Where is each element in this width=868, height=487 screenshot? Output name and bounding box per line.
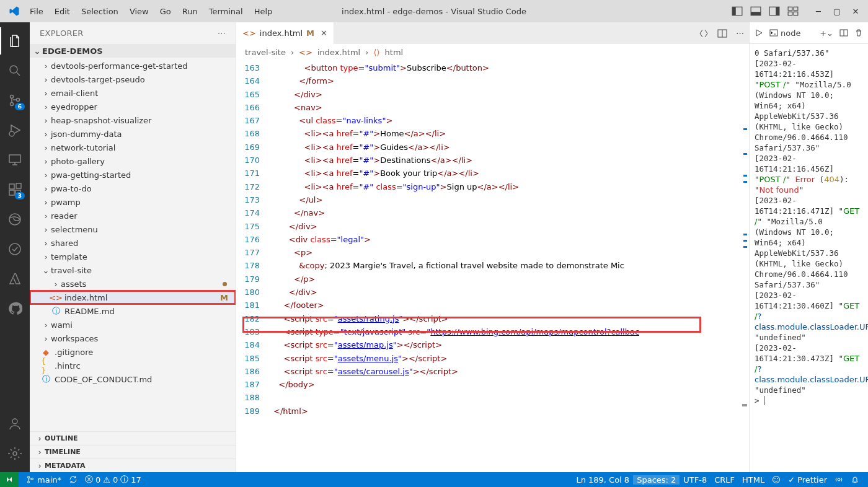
maximize-button[interactable]: ▢ <box>831 5 843 17</box>
file-tree: ›devtools-performance-get-started›devtoo… <box>30 58 236 431</box>
svg-rect-16 <box>9 184 14 189</box>
window-title: index.html - edge-demos - Visual Studio … <box>342 7 526 16</box>
run-debug-icon[interactable] <box>0 116 30 144</box>
search-icon[interactable] <box>0 57 30 84</box>
more-icon[interactable]: ⋯ <box>218 29 226 38</box>
panel-timeline[interactable]: ›TIMELINE <box>30 445 236 458</box>
split-terminal-icon[interactable] <box>839 29 848 38</box>
editor-tabs: <> index.html M ✕ ⋯ <box>236 22 749 44</box>
panel-left-icon <box>732 6 743 17</box>
tree-item[interactable]: ›photo-gallery <box>30 154 236 168</box>
branch-button[interactable]: main* <box>22 472 65 487</box>
code-editor[interactable]: 1631641651661671681691701711721731741751… <box>236 60 749 472</box>
svg-point-22 <box>12 419 17 424</box>
more-icon[interactable]: ⋯ <box>736 29 744 38</box>
eol-button[interactable]: CRLF <box>711 475 738 485</box>
explorer-title: EXPLORER <box>40 29 84 38</box>
run-icon[interactable] <box>755 29 763 37</box>
tree-item[interactable]: ⓘREADME.md <box>30 304 236 318</box>
folder-section[interactable]: ⌄EDGE-DEMOS <box>30 44 236 58</box>
extensions-icon[interactable]: 3 <box>0 176 30 203</box>
svg-rect-9 <box>794 12 798 15</box>
tree-item[interactable]: ›assets <box>30 277 236 291</box>
test-icon[interactable] <box>0 235 30 263</box>
cursor-pos[interactable]: Ln 189, Col 8 <box>572 475 633 485</box>
layout-controls[interactable] <box>729 6 801 17</box>
encoding-button[interactable]: UTF-8 <box>680 475 711 485</box>
menu-view[interactable]: View <box>125 4 154 19</box>
remote-button[interactable] <box>0 472 19 487</box>
svg-point-29 <box>28 476 30 478</box>
compare-icon[interactable] <box>699 29 709 38</box>
tab-index-html[interactable]: <> index.html M ✕ <box>236 22 334 44</box>
account-icon[interactable] <box>0 410 30 437</box>
tree-item[interactable]: ⌄travel-site <box>30 263 236 277</box>
tree-item[interactable]: ›network-tutorial <box>30 141 236 154</box>
tree-item[interactable]: ›workspaces <box>30 331 236 345</box>
panel-outline[interactable]: ›OUTLINE <box>30 431 236 445</box>
add-icon[interactable]: +⌄ <box>820 29 833 38</box>
tree-item[interactable]: ›email-client <box>30 86 236 100</box>
tree-item[interactable]: ◆.gitignore <box>30 345 236 359</box>
settings-icon[interactable] <box>0 440 30 467</box>
terminal-icon[interactable]: node <box>769 29 800 38</box>
remote-explorer-icon[interactable] <box>0 146 30 173</box>
menu-help[interactable]: Help <box>249 4 278 19</box>
panel-metadata[interactable]: ›METADATA <box>30 458 236 472</box>
indent-button[interactable]: Spaces: 2 <box>633 475 680 485</box>
panel-bottom-icon <box>750 6 761 17</box>
tree-item[interactable]: { }.hintrc <box>30 359 236 372</box>
tree-item[interactable]: <>index.htmlM <box>30 291 236 304</box>
edge-icon[interactable] <box>0 206 30 233</box>
close-button[interactable]: ✕ <box>849 5 862 17</box>
terminal-panel: node +⌄ 0 Safari/537.36"[2023-02-16T14:2… <box>749 22 868 472</box>
terminal-output[interactable]: 0 Safari/537.36"[2023-02-16T14:21:16.453… <box>750 44 868 472</box>
svg-point-30 <box>28 481 30 483</box>
svg-point-23 <box>13 452 17 455</box>
menu-edit[interactable]: Edit <box>50 4 75 19</box>
tree-item[interactable]: ›shared <box>30 236 236 250</box>
tree-item[interactable]: ›wami <box>30 318 236 331</box>
feedback-icon[interactable] <box>768 475 784 484</box>
tree-item[interactable]: ›template <box>30 250 236 263</box>
titlebar: FileEditSelectionViewGoRunTerminalHelp i… <box>0 0 868 22</box>
source-control-icon[interactable]: 6 <box>0 87 30 114</box>
minimize-button[interactable]: ─ <box>812 5 825 17</box>
tree-item[interactable]: ›reader <box>30 209 236 222</box>
tree-item[interactable]: ›pwa-getting-started <box>30 168 236 182</box>
menu-selection[interactable]: Selection <box>76 4 123 19</box>
live-icon[interactable] <box>831 475 847 484</box>
activity-bar: 6 3 <box>0 22 30 472</box>
menu-terminal[interactable]: Terminal <box>204 4 248 19</box>
close-icon[interactable]: ✕ <box>321 29 327 38</box>
tree-item[interactable]: ›pwamp <box>30 195 236 209</box>
tree-item[interactable]: ›json-dummy-data <box>30 127 236 141</box>
breadcrumb[interactable]: travel-site› <>index.html› ⟨⟩html <box>236 44 749 60</box>
github-icon[interactable] <box>0 295 30 322</box>
problems-button[interactable]: ⓧ0⚠0ⓘ17 <box>81 472 145 487</box>
tree-item[interactable]: ›selectmenu <box>30 222 236 236</box>
svg-rect-26 <box>770 30 777 36</box>
sync-button[interactable] <box>65 472 81 487</box>
bell-icon[interactable] <box>847 475 863 484</box>
tree-item[interactable]: ⓘCODE_OF_CONDUCT.md <box>30 372 236 386</box>
language-button[interactable]: HTML <box>738 475 768 485</box>
svg-point-34 <box>777 478 778 479</box>
minimap[interactable] <box>739 60 748 472</box>
svg-rect-7 <box>794 7 798 11</box>
tree-item[interactable]: ›eyedropper <box>30 100 236 113</box>
menu-file[interactable]: File <box>25 4 48 19</box>
tree-item[interactable]: ›pwa-to-do <box>30 182 236 195</box>
tree-item[interactable]: ›heap-snapshot-visualizer <box>30 113 236 127</box>
split-icon[interactable] <box>717 29 727 38</box>
azure-icon[interactable] <box>0 265 30 292</box>
tree-item[interactable]: ›devtools-performance-get-started <box>30 59 236 72</box>
menu-bar: FileEditSelectionViewGoRunTerminalHelp <box>25 4 277 19</box>
menu-run[interactable]: Run <box>177 4 203 19</box>
svg-point-20 <box>9 214 20 225</box>
explorer-icon[interactable] <box>0 27 30 55</box>
menu-go[interactable]: Go <box>155 4 176 19</box>
tree-item[interactable]: ›devtools-target-pseudo <box>30 72 236 86</box>
trash-icon[interactable] <box>854 29 863 38</box>
prettier-button[interactable]: ✓ Prettier <box>784 475 831 485</box>
